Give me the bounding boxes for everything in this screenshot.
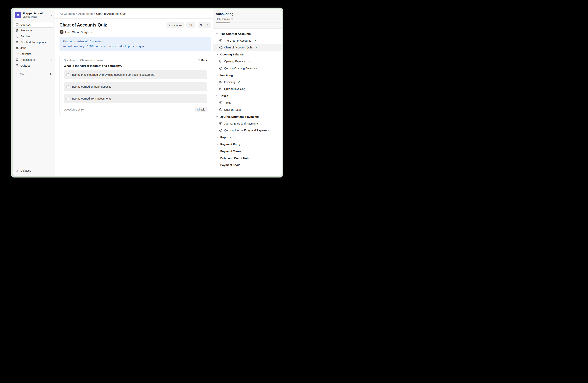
outline-section-journal-entry-and-payments[interactable]: Journal Entry and Payments xyxy=(213,113,282,120)
check-button[interactable]: Check xyxy=(194,107,207,112)
course-progress-fill xyxy=(216,22,230,23)
collapse-arrow-icon xyxy=(16,169,18,172)
book-open-icon xyxy=(16,23,19,26)
edit-button[interactable]: Edit xyxy=(186,22,195,28)
sidebar-item-more[interactable]: More xyxy=(14,71,54,77)
outline-section-title: Payment Entry xyxy=(220,143,240,146)
completed-check-icon xyxy=(254,39,256,42)
frappe-school-app: Frappe School Jannat Patel CoursesProgra… xyxy=(13,9,282,176)
course-outline-tree: The Chart of AccountsThe Chart of Accoun… xyxy=(213,29,282,176)
chevron-right-icon xyxy=(216,164,218,166)
breadcrumb-chart-of-accounts-quiz: Chart of Accounts Quiz xyxy=(96,12,126,15)
sidebar-item-label: Jobs xyxy=(21,47,26,50)
breadcrumb-all-courses[interactable]: All Courses xyxy=(60,12,75,15)
quiz-author: Linet Sherin Varghese xyxy=(60,30,211,34)
graduation-cap-logo-glyph xyxy=(16,13,20,17)
outline-section-title: Payment Terms xyxy=(220,150,241,153)
outline-section-title: Invoicing xyxy=(220,74,233,77)
outline-item-taxes[interactable]: Taxes xyxy=(213,99,282,106)
previous-button[interactable]: Previous xyxy=(166,22,184,28)
outline-section-payment-entry[interactable]: Payment Entry xyxy=(213,141,282,148)
outline-item-quiz-on-taxes[interactable]: Quiz on Taxes xyxy=(213,106,282,113)
sidebar-item-batches[interactable]: Batches xyxy=(14,34,54,39)
chevron-down-icon xyxy=(216,95,218,97)
bell-icon xyxy=(16,58,19,61)
answer-option-1[interactable]: Income that is earned by providing goods… xyxy=(64,70,207,79)
user-name: Jannat Patel xyxy=(23,15,48,18)
sidebar-item-label: Courses xyxy=(21,23,31,26)
course-completion-label: 22% completed xyxy=(216,18,279,20)
monitor-play-icon xyxy=(219,60,222,63)
outline-section-invoicing[interactable]: Invoicing xyxy=(213,72,282,79)
breadcrumb-accounting[interactable]: Accounting xyxy=(78,12,93,15)
route-icon xyxy=(16,29,19,32)
instruction-line: This quiz consists of 10 questions. xyxy=(63,39,208,44)
sidebar-item-quizzes[interactable]: Quizzes xyxy=(14,63,54,69)
outline-item-quiz-on-invoicing[interactable]: Quiz on Invoicing xyxy=(213,86,282,93)
users-icon xyxy=(16,35,19,38)
outline-section-title: Taxes xyxy=(220,94,228,97)
chevron-right-icon xyxy=(16,73,18,76)
outline-item-quiz-on-journal-entry-and-payments[interactable]: Quiz on Journal Entry and Payments xyxy=(213,127,282,134)
sidebar-item-programs[interactable]: Programs xyxy=(14,28,54,33)
answer-option-3[interactable]: Income earned from investments xyxy=(64,94,207,103)
next-button[interactable]: Next xyxy=(198,22,211,28)
sidebar-item-notifications[interactable]: Notifications1 xyxy=(14,57,54,63)
sidebar-item-statistics[interactable]: Statistics xyxy=(14,51,54,57)
sidebar-item-courses[interactable]: Courses xyxy=(14,22,54,27)
chevron-right-icon xyxy=(216,150,218,152)
outline-item-title: Journal Entry and Payments xyxy=(224,122,259,125)
outline-section-payment-terms[interactable]: Payment Terms xyxy=(213,148,282,155)
completed-check-icon xyxy=(237,81,240,83)
chevron-down-icon[interactable] xyxy=(50,14,53,17)
breadcrumb: All Courses/Accounting/Chart of Accounts… xyxy=(60,12,126,16)
app-window: Frappe School Jannat Patel CoursesProgra… xyxy=(11,8,283,177)
outline-section-payment-tools[interactable]: Payment Tools xyxy=(213,162,282,169)
radio-button[interactable] xyxy=(66,73,69,76)
outline-section-title: Journal Entry and Payments xyxy=(220,115,259,118)
chevron-right-icon xyxy=(216,136,218,138)
radio-button[interactable] xyxy=(66,97,69,100)
outline-item-journal-entry-and-payments[interactable]: Journal Entry and Payments xyxy=(213,120,282,127)
outline-item-title: Quiz on Invoicing xyxy=(224,87,245,91)
main-content: Chart of Accounts Quiz Previous Edit xyxy=(55,19,213,176)
monitor-play-icon xyxy=(219,101,222,104)
outline-section-taxes[interactable]: Taxes xyxy=(213,93,282,99)
quiz-card: Question 1: Choose one answer 1 Mark Wha… xyxy=(60,55,211,116)
sidebar-item-label: Programs xyxy=(21,29,32,32)
radio-button[interactable] xyxy=(66,85,69,88)
help-circle-icon xyxy=(219,46,222,49)
outline-section-title: Payment Tools xyxy=(220,163,240,167)
outline-item-chart-of-accounts-quiz[interactable]: Chart of Accounts Quiz xyxy=(213,44,282,51)
chevron-down-icon xyxy=(216,115,218,118)
outline-item-title: Chart of Accounts Quiz xyxy=(224,46,252,49)
outline-item-opening-balance[interactable]: Opening Balance xyxy=(213,58,282,65)
outline-section-reports[interactable]: Reports xyxy=(213,134,282,141)
sidebar-item-certified-participants[interactable]: Certified Participants xyxy=(14,39,54,45)
outline-section-debit-and-credit-note[interactable]: Debit and Credit Note xyxy=(213,154,282,162)
outline-item-title: Quiz on Taxes xyxy=(224,108,242,111)
chevron-right-icon xyxy=(207,24,209,26)
trending-up-icon xyxy=(16,52,19,56)
outline-section-the-chart-of-accounts[interactable]: The Chart of Accounts xyxy=(213,30,282,37)
outline-item-title: The Chart of Accounts xyxy=(224,39,251,42)
quiz-instructions-banner: This quiz consists of 10 questions.You w… xyxy=(60,37,211,51)
question-marks: 1 Mark xyxy=(198,59,207,62)
answer-option-2[interactable]: Income earned on bank deposits xyxy=(64,82,207,91)
outline-section-opening-balance[interactable]: Opening Balance xyxy=(213,51,282,58)
outline-item-the-chart-of-accounts[interactable]: The Chart of Accounts xyxy=(213,37,282,44)
plus-icon[interactable] xyxy=(49,73,52,76)
sidebar-nav: CoursesProgramsBatchesCertified Particip… xyxy=(14,21,54,69)
sidebar-item-jobs[interactable]: Jobs xyxy=(14,45,54,51)
answer-option-label: Income that is earned by providing goods… xyxy=(71,73,155,76)
workspace-switcher[interactable]: Frappe School Jannat Patel xyxy=(14,12,54,18)
answer-option-label: Income earned on bank deposits xyxy=(71,85,111,88)
outline-item-quiz-on-opening-balances[interactable]: Quiz on Opening Balances xyxy=(213,65,282,72)
completed-check-icon xyxy=(255,46,257,49)
course-header: Accounting 22% completed xyxy=(213,9,282,29)
instruction-line: You will have to get 100% correct answer… xyxy=(63,44,208,49)
collapse-sidebar-button[interactable]: Collapse xyxy=(14,168,54,173)
outline-item-invoicing[interactable]: Invoicing xyxy=(213,79,282,86)
sidebar-item-label: Statistics xyxy=(21,52,31,56)
sidebar-item-label: Notifications xyxy=(21,58,35,61)
